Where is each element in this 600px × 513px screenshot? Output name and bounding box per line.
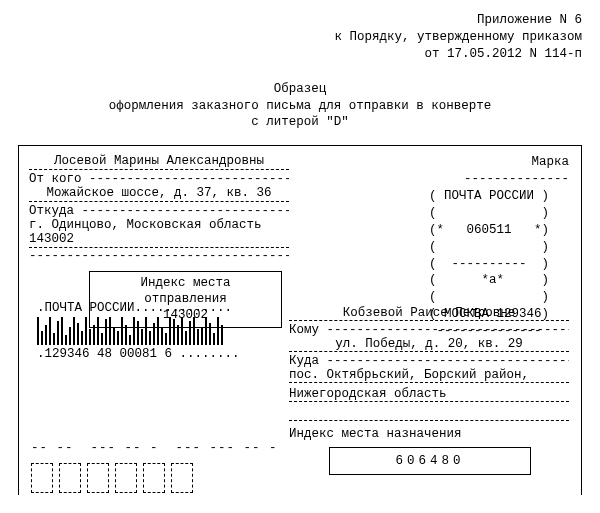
dash-fill [289,406,569,421]
stamp-top-label: Марка [429,154,569,171]
comb-cell [143,463,165,493]
attachment-header: Приложение N 6 к Порядку, утвержденному … [18,12,582,63]
stamp-row: (* 060511 *) [429,222,569,239]
sender-addr2: г. Одинцово, Московская область 143002 [29,218,289,248]
comb-cell [31,463,53,493]
recipient-index-label: Индекс места назначения [289,427,569,441]
where-label: Откуда [29,204,74,218]
comb-cell [171,463,193,493]
header-line-1: Приложение N 6 [18,12,582,29]
index-comb [31,463,193,493]
dash-fill: ---------------------------------- [82,172,289,186]
bottom-dashes: -- -- --- -- - --- --- -- - [31,441,281,455]
barcode-digits: .129346 48 00081 6 ........ [37,347,240,361]
recipient-addr1: ул. Победы, д. 20, кв. 29 [289,337,569,352]
dash-fill: ------------------------------------ [29,249,289,263]
dash-fill: -------------- [429,171,569,188]
header-line-2: к Порядку, утвержденному приказом [18,29,582,46]
title-line-1: Образец [18,81,582,98]
envelope-frame: Лосевой Марины Александровны От кого ---… [18,145,582,495]
title-line-3: с литерой "D" [18,114,582,131]
stamp-row: ( ) [429,239,569,256]
barcode-block: .ПОЧТА РОССИИ............. .129346 48 00… [37,301,240,361]
comb-cell [87,463,109,493]
comb-cell [115,463,137,493]
recipient-block: Кобзевой Раисе Петровне Кому -----------… [289,306,569,475]
stamp-row: ( ) [429,289,569,306]
stamp-row: ( ПОЧТА РОССИИ ) [429,188,569,205]
sender-addr1: Можайское шоссе, д. 37, кв. 36 [29,186,289,202]
dash-fill: ---------------------------------- [74,204,289,218]
barcode-label: .ПОЧТА РОССИИ............. [37,301,240,315]
document-title: Образец оформления заказного письма для … [18,81,582,132]
dash-fill: --------------------------------- [319,323,569,337]
recipient-index-box: 606480 [329,447,531,475]
dest-where-label: Куда [289,354,319,368]
title-line-2: оформления заказного письма для отправки… [18,98,582,115]
recipient-addr2: пос. Октябрьский, Борский район, [289,368,569,383]
recipient-addr3: Нижегородская область [289,387,569,402]
stamp-row: ( ) [429,205,569,222]
sender-name: Лосевой Марины Александровны [29,154,289,170]
barcode-bars [37,317,240,345]
header-line-3: от 17.05.2012 N 114-п [18,46,582,63]
recipient-name: Кобзевой Раисе Петровне [289,306,569,321]
stamp-row: ( ---------- ) [429,256,569,273]
stamp-row: ( *a* ) [429,272,569,289]
dash-fill: --------------------------------- [319,354,569,368]
comb-cell [59,463,81,493]
to-label: Кому [289,323,319,337]
from-label: От кого [29,172,82,186]
